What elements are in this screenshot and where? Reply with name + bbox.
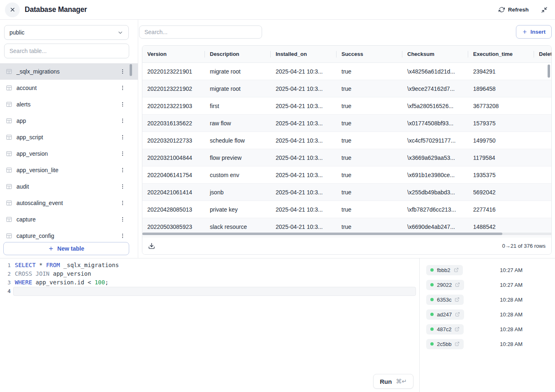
code-line[interactable]: 2CROSS JOIN app_version — [0, 270, 419, 278]
data-table: VersionDescriptionInstalled_onSuccessChe… — [142, 45, 552, 255]
table-row[interactable]: 20220406141754custom env2025-04-21 10:3.… — [142, 166, 551, 184]
schema-select[interactable]: public — [4, 25, 129, 40]
table-menu-button[interactable] — [120, 200, 125, 206]
sidebar-item-_sqlx_migrations[interactable]: _sqlx_migrations — [0, 63, 138, 80]
cell-installed_on: 2025-04-21 10:3... — [271, 184, 337, 201]
table-menu-button[interactable] — [120, 134, 125, 140]
code-line[interactable]: 3WHERE app_version.id < 100; — [0, 278, 419, 287]
rows-search-input[interactable] — [139, 25, 262, 39]
table-name: capture_config — [16, 233, 54, 239]
external-link-icon[interactable] — [454, 267, 459, 272]
minimize-button[interactable] — [541, 7, 548, 13]
external-link-icon[interactable] — [455, 327, 460, 332]
external-link-icon[interactable] — [455, 312, 460, 317]
column-header-delete[interactable]: Delete — [534, 46, 552, 62]
table-name: autoscaling_event — [16, 200, 63, 206]
insert-button[interactable]: Insert — [516, 25, 552, 39]
sidebar-item-app_version_lite[interactable]: app_version_lite — [0, 162, 138, 178]
table-search-input[interactable] — [4, 44, 129, 58]
sidebar-item-account[interactable]: account — [0, 80, 138, 96]
column-header-description[interactable]: Description — [205, 46, 271, 62]
run-label: Run — [380, 378, 392, 385]
table-menu-button[interactable] — [120, 217, 125, 222]
sidebar-item-autoscaling_event[interactable]: autoscaling_event — [0, 195, 138, 211]
cell-description: first — [205, 97, 271, 114]
sidebar-item-capture[interactable]: capture — [0, 211, 138, 228]
code-line[interactable]: 4 — [0, 287, 419, 295]
column-header-success[interactable]: Success — [337, 46, 402, 62]
table-menu-button[interactable] — [120, 167, 125, 173]
code-line[interactable]: 1SELECT * FROM _sqlx_migrations — [0, 261, 419, 270]
bottom-panel: 1SELECT * FROM _sqlx_migrations2CROSS JO… — [0, 258, 555, 392]
history-pill[interactable]: 29022 — [426, 280, 464, 290]
history-pill[interactable]: 6353c — [426, 295, 464, 305]
history-id: fbbb2 — [437, 267, 451, 273]
cell-delete — [534, 80, 551, 97]
history-item-2c5bb[interactable]: 2c5bb10:28 AM — [420, 337, 555, 351]
cell-delete — [534, 97, 551, 114]
cell-installed_on: 2025-04-21 10:3... — [271, 80, 337, 97]
table-row[interactable]: 20220316135622raw flow2025-04-21 10:3...… — [142, 115, 551, 132]
history-item-fbbb2[interactable]: fbbb210:27 AM — [420, 263, 555, 277]
cell-version: 20220123221901 — [142, 63, 205, 80]
close-button[interactable] — [5, 2, 20, 17]
horizontal-scrollbar[interactable] — [142, 233, 551, 235]
history-pill[interactable]: fbbb2 — [426, 265, 463, 275]
external-link-icon[interactable] — [455, 341, 460, 346]
run-button[interactable]: Run ⌘↵ — [373, 374, 413, 389]
history-item-487c2[interactable]: 487c210:28 AM — [420, 322, 555, 337]
sidebar-scrollbar[interactable] — [130, 64, 132, 76]
table-icon — [6, 233, 12, 239]
cell-delete — [534, 132, 551, 149]
history-item-29022[interactable]: 2902210:27 AM — [420, 277, 555, 292]
new-table-button[interactable]: New table — [3, 242, 129, 255]
cell-description: private key — [205, 201, 271, 218]
table-row[interactable]: 20220321004844flow preview2025-04-21 10:… — [142, 149, 551, 166]
table-row[interactable]: 20220123221903first2025-04-21 10:3...tru… — [142, 97, 551, 115]
history-pill[interactable]: 2c5bb — [426, 339, 464, 349]
table-menu-button[interactable] — [120, 151, 125, 157]
column-header-installed_on[interactable]: Installed_on — [271, 46, 337, 62]
sidebar-item-audit[interactable]: audit — [0, 178, 138, 195]
table-name: capture — [16, 216, 36, 223]
workspace: public _sqlx_migrationsaccountalertsappa… — [0, 20, 555, 258]
horizontal-scrollbar-thumb[interactable] — [142, 233, 502, 235]
refresh-button[interactable]: Refresh — [499, 7, 529, 13]
history-item-ad247[interactable]: ad24710:28 AM — [420, 307, 555, 322]
sidebar-item-app[interactable]: app — [0, 113, 138, 129]
sidebar-item-app_script[interactable]: app_script — [0, 129, 138, 145]
table-row[interactable]: 20220320122733schedule flow2025-04-21 10… — [142, 132, 551, 149]
table-menu-button[interactable] — [120, 85, 125, 91]
sidebar-item-app_version[interactable]: app_version — [0, 145, 138, 162]
table-menu-button[interactable] — [120, 101, 125, 107]
vertical-scrollbar[interactable] — [548, 65, 550, 78]
status-dot — [430, 298, 434, 301]
external-link-icon[interactable] — [455, 297, 460, 302]
sql-editor[interactable]: 1SELECT * FROM _sqlx_migrations2CROSS JO… — [0, 258, 420, 392]
sidebar-item-alerts[interactable]: alerts — [0, 96, 138, 113]
cell-checksum: \x9ece274162d7... — [402, 80, 468, 97]
cell-success: true — [337, 63, 402, 80]
table-row[interactable]: 20220123221901migrate root2025-04-21 10:… — [142, 63, 551, 80]
table-menu-button[interactable] — [120, 118, 125, 124]
table-row[interactable]: 20220428085013private key2025-04-21 10:3… — [142, 201, 551, 218]
line-number: 3 — [0, 278, 11, 287]
table-menu-button[interactable] — [120, 184, 125, 189]
table-row[interactable]: 20220421061414jsonb2025-04-21 10:3...tru… — [142, 184, 551, 201]
sidebar-item-capture_config[interactable]: capture_config — [0, 228, 138, 244]
cell-checksum: \x255db49babd3... — [402, 184, 468, 201]
cell-execution_time: 5692042 — [468, 184, 534, 201]
external-link-icon[interactable] — [455, 282, 460, 287]
column-header-version[interactable]: Version — [142, 46, 205, 62]
table-row[interactable]: 20220123221902migrate root2025-04-21 10:… — [142, 80, 551, 97]
history-pill[interactable]: 487c2 — [426, 324, 464, 334]
cell-delete — [534, 201, 551, 218]
cell-version: 20220123221903 — [142, 97, 205, 114]
column-header-execution_time[interactable]: Execution_time — [468, 46, 534, 62]
table-menu-button[interactable] — [120, 69, 125, 74]
table-menu-button[interactable] — [120, 233, 125, 239]
column-header-checksum[interactable]: Checksum — [402, 46, 468, 62]
history-item-6353c[interactable]: 6353c10:28 AM — [420, 292, 555, 307]
download-button[interactable] — [148, 242, 155, 249]
history-pill[interactable]: ad247 — [426, 309, 464, 320]
